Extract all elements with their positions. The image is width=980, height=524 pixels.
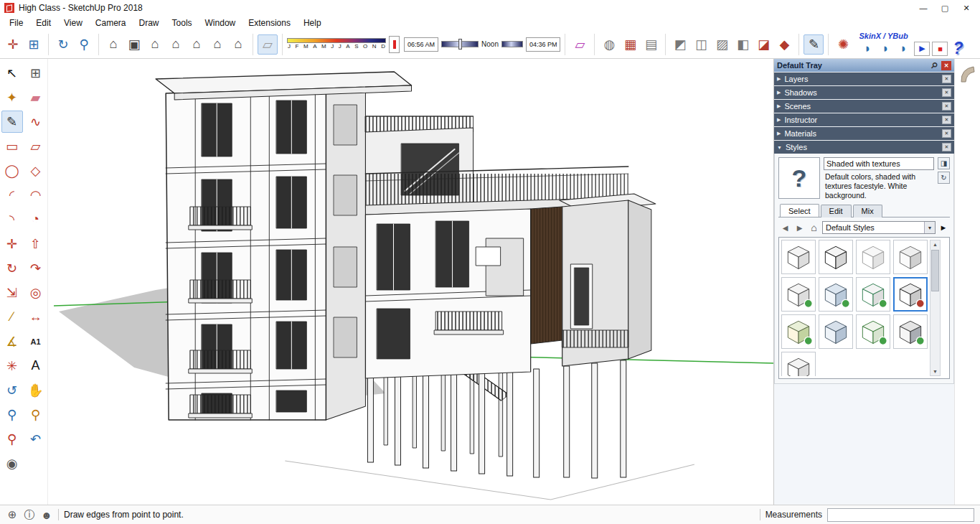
protractor-tool[interactable]: ∡ — [1, 330, 23, 352]
front-view-icon[interactable]: ⌂ — [145, 34, 165, 55]
polygon-tool[interactable]: ◇ — [25, 159, 47, 182]
pin-icon[interactable]: ⚲ — [927, 58, 941, 72]
section-cut-icon[interactable]: ◆ — [774, 34, 794, 55]
style-description[interactable]: Default colors, shaded with textures fac… — [824, 172, 934, 200]
two-point-arc-tool[interactable]: ◠ — [25, 184, 47, 206]
tray-section-materials[interactable]: ▶Materials✕ — [774, 127, 954, 140]
style-preview-thumbnail[interactable]: ? — [778, 157, 820, 199]
stamp-icon[interactable]: ◫ — [691, 34, 711, 55]
style-thumbnail-12[interactable] — [893, 314, 928, 349]
style-thumbnail-2[interactable] — [819, 240, 853, 274]
menu-item-file[interactable]: File — [3, 17, 29, 29]
style-thumbnail-1[interactable] — [781, 240, 816, 274]
from-scratch-icon[interactable]: ▦ — [620, 34, 640, 55]
geolocation-icon[interactable]: ⊕ — [6, 508, 19, 521]
menu-item-draw[interactable]: Draw — [133, 17, 166, 29]
stop-animation-button[interactable]: ■ — [932, 42, 948, 56]
make-component-tool[interactable]: ⊞ — [25, 62, 47, 84]
skinx-tool-1-icon[interactable]: ◗ — [859, 41, 876, 57]
style-thumbnail-11[interactable] — [856, 314, 890, 349]
component-tool-icon[interactable]: ⊞ — [24, 34, 44, 55]
add-detail-icon[interactable]: ◧ — [732, 34, 753, 55]
zoom-tool[interactable]: ⚲ — [1, 403, 23, 426]
line-tool[interactable]: ✎ — [1, 111, 23, 133]
minimize-button[interactable]: — — [913, 1, 934, 15]
menu-item-help[interactable]: Help — [297, 17, 328, 29]
style-thumbnail-10[interactable] — [819, 314, 853, 349]
follow-me-tool[interactable]: ↷ — [25, 257, 47, 279]
plugin-wheel-icon[interactable]: ✺ — [833, 34, 853, 55]
tray-section-scenes[interactable]: ▶Scenes✕ — [774, 100, 954, 113]
previous-view-tool[interactable]: ↶ — [25, 428, 47, 450]
smoove-icon[interactable]: ◩ — [670, 34, 690, 55]
tab-select[interactable]: Select — [780, 204, 819, 217]
push-pull-tool[interactable]: ⇧ — [25, 233, 47, 255]
credits-icon[interactable]: ⓘ — [23, 508, 36, 521]
tray-section-styles[interactable]: ▼ Styles ✕ — [774, 141, 954, 154]
offset-tool[interactable]: ◎ — [25, 281, 47, 304]
styles-scrollbar[interactable]: ▲ ▼ — [930, 240, 941, 376]
rotate-tool[interactable]: ↻ — [1, 257, 23, 279]
paint-bucket-tool[interactable]: ✦ — [1, 86, 23, 108]
section-close-button[interactable]: ✕ — [942, 102, 951, 111]
look-around-tool[interactable]: ◉ — [1, 452, 23, 474]
orbit-camera-icon[interactable]: ↻ — [53, 34, 73, 55]
freehand-tool[interactable]: ∿ — [25, 111, 47, 133]
left-view-icon[interactable]: ⌂ — [207, 34, 227, 55]
styles-collection-dropdown[interactable]: Default Styles ▾ — [822, 221, 936, 234]
zoom-extents-tool[interactable]: ⚲ — [1, 428, 23, 450]
section-close-button[interactable]: ✕ — [942, 143, 951, 151]
style-thumbnail-9[interactable] — [781, 314, 816, 349]
user-account-icon[interactable]: ☻ — [40, 508, 53, 521]
rectangle-tool[interactable]: ▭ — [1, 135, 23, 157]
right-view-icon[interactable]: ⌂ — [166, 34, 186, 55]
style-thumbnail-4[interactable] — [893, 240, 928, 274]
zoom-window-tool[interactable]: ⚲ — [25, 403, 47, 426]
line-pencil-icon[interactable]: ✎ — [804, 34, 824, 55]
close-button[interactable]: ✕ — [956, 1, 977, 15]
move-combo-icon[interactable]: ✛ — [3, 34, 23, 55]
style-thumbnail-3[interactable] — [856, 240, 890, 274]
sunrise-time-display[interactable]: 06:56 AM — [404, 37, 438, 52]
arc-tool[interactable]: ◜ — [1, 184, 23, 206]
scale-tool[interactable]: ⇲ — [1, 281, 23, 304]
back-arrow-button[interactable]: ◀ — [779, 222, 791, 233]
menu-item-window[interactable]: Window — [199, 17, 242, 29]
tab-edit[interactable]: Edit — [821, 205, 852, 217]
pan-tool[interactable]: ✋ — [25, 379, 47, 401]
style-thumbnail-8[interactable] — [893, 277, 928, 312]
zoom-camera-icon[interactable]: ⚲ — [74, 34, 94, 55]
section-close-button[interactable]: ✕ — [942, 116, 951, 124]
time-slider[interactable] — [441, 41, 479, 47]
create-style-button[interactable]: ◨ — [938, 157, 950, 169]
style-thumbnail-5[interactable] — [781, 277, 816, 312]
section-plane-icon[interactable]: ▱ — [570, 34, 590, 55]
help-icon[interactable]: ? — [953, 40, 963, 57]
details-arrow-button[interactable]: ► — [938, 222, 949, 233]
top-view-icon[interactable]: ▣ — [124, 34, 144, 55]
play-animation-button[interactable]: ▶ — [914, 42, 930, 56]
select-tool[interactable]: ↖ — [1, 62, 23, 84]
update-style-button[interactable]: ↻ — [938, 172, 950, 184]
skinx-tool-3-icon[interactable]: ◗ — [895, 41, 912, 57]
section-close-button[interactable]: ✕ — [942, 75, 951, 83]
time-slider-thumb[interactable] — [458, 39, 462, 50]
style-name-input[interactable]: Shaded with textures — [824, 157, 934, 170]
tray-header[interactable]: Default Tray ⚲ ✕ — [774, 59, 954, 72]
time-slider-right[interactable] — [501, 41, 523, 47]
pie-tool[interactable]: ◔ — [25, 208, 47, 230]
back-view-icon[interactable]: ⌂ — [187, 34, 207, 55]
soften-edges-icon[interactable]: ◍ — [599, 34, 619, 55]
from-contours-icon[interactable]: ▤ — [641, 34, 661, 55]
rotated-rectangle-tool[interactable]: ▱ — [25, 135, 47, 157]
scroll-up-icon[interactable]: ▲ — [933, 242, 938, 247]
menu-item-edit[interactable]: Edit — [29, 17, 57, 29]
months-gradient-slider[interactable] — [287, 38, 386, 43]
menu-item-view[interactable]: View — [57, 17, 89, 29]
menu-item-tools[interactable]: Tools — [166, 17, 199, 29]
scrollbar-thumb[interactable] — [931, 250, 939, 291]
menu-item-camera[interactable]: Camera — [89, 17, 133, 29]
tab-mix[interactable]: Mix — [853, 205, 882, 217]
move-tool[interactable]: ✛ — [1, 233, 23, 255]
forward-arrow-button[interactable]: ▶ — [793, 222, 806, 233]
